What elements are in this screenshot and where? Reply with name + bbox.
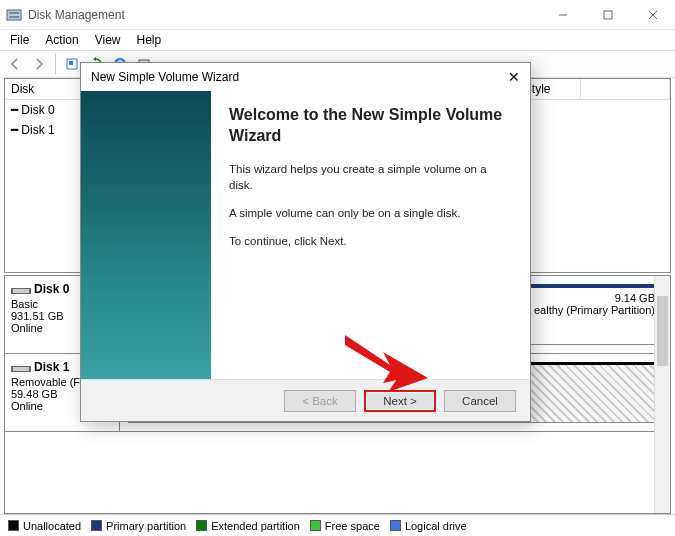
menu-help[interactable]: Help bbox=[131, 31, 168, 49]
svg-rect-0 bbox=[7, 10, 21, 20]
vertical-scrollbar[interactable] bbox=[654, 276, 670, 513]
wizard-dialog: New Simple Volume Wizard ✕ Welcome to th… bbox=[80, 62, 531, 422]
wizard-text: This wizard helps you create a simple vo… bbox=[229, 161, 512, 193]
window-controls bbox=[540, 0, 675, 29]
minimize-button[interactable] bbox=[540, 0, 585, 29]
svg-rect-1 bbox=[9, 12, 19, 14]
close-button[interactable] bbox=[630, 0, 675, 29]
wizard-banner bbox=[81, 91, 211, 379]
wizard-text: To continue, click Next. bbox=[229, 233, 512, 249]
disk-cell: ━ Disk 0 bbox=[11, 103, 55, 117]
svg-rect-8 bbox=[69, 61, 73, 65]
svg-rect-2 bbox=[9, 16, 19, 18]
legend-unallocated: Unallocated bbox=[8, 520, 81, 532]
next-button[interactable]: Next > bbox=[364, 390, 436, 412]
hdd-icon bbox=[11, 285, 31, 295]
toolbar-separator bbox=[55, 54, 56, 74]
menu-action[interactable]: Action bbox=[39, 31, 84, 49]
removable-icon bbox=[11, 363, 31, 373]
legend-logical: Logical drive bbox=[390, 520, 467, 532]
menubar: File Action View Help bbox=[0, 30, 675, 50]
menu-file[interactable]: File bbox=[4, 31, 35, 49]
wizard-text: A simple volume can only be on a single … bbox=[229, 205, 512, 221]
wizard-close-button[interactable]: ✕ bbox=[508, 69, 520, 85]
maximize-button[interactable] bbox=[585, 0, 630, 29]
col-spacer bbox=[580, 79, 670, 100]
cancel-button[interactable]: Cancel bbox=[444, 390, 516, 412]
svg-rect-4 bbox=[604, 11, 612, 19]
disk-cell: ━ Disk 1 bbox=[11, 123, 55, 137]
legend-free: Free space bbox=[310, 520, 380, 532]
titlebar: Disk Management bbox=[0, 0, 675, 30]
menu-view[interactable]: View bbox=[89, 31, 127, 49]
wizard-heading: Welcome to the New Simple Volume Wizard bbox=[229, 105, 512, 147]
wizard-title: New Simple Volume Wizard bbox=[91, 70, 508, 84]
svg-rect-13 bbox=[13, 289, 29, 293]
svg-rect-15 bbox=[13, 367, 29, 371]
legend-extended: Extended partition bbox=[196, 520, 300, 532]
disk-management-icon bbox=[6, 7, 22, 23]
back-button: < Back bbox=[284, 390, 356, 412]
back-button[interactable] bbox=[4, 53, 26, 75]
legend-primary: Primary partition bbox=[91, 520, 186, 532]
app-title: Disk Management bbox=[28, 8, 540, 22]
forward-button[interactable] bbox=[28, 53, 50, 75]
legend: Unallocated Primary partition Extended p… bbox=[0, 514, 675, 536]
